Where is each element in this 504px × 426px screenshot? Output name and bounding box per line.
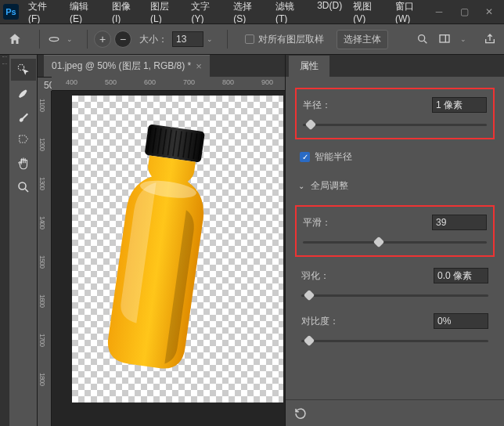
share-icon[interactable]	[484, 33, 496, 45]
add-mode-button[interactable]: +	[94, 31, 111, 48]
sample-all-label: 对所有图层取样	[258, 33, 324, 46]
tab-title: 01.jpeg @ 50% (图层 1, RGB/8) *	[52, 60, 191, 73]
workspace-icon[interactable]	[438, 33, 451, 45]
brush-preview-icon[interactable]	[46, 31, 62, 47]
radius-input[interactable]	[432, 97, 487, 113]
maximize-button[interactable]: ▢	[459, 6, 470, 17]
lasso-tool[interactable]	[11, 129, 36, 151]
chevron-down-icon[interactable]: ⌄	[67, 35, 73, 43]
contrast-input[interactable]	[434, 313, 488, 329]
zoom-tool[interactable]	[11, 176, 36, 198]
panel-footer	[286, 399, 504, 426]
window-controls: ─ ▢ ✕	[434, 6, 495, 17]
svg-rect-2	[440, 35, 449, 42]
radius-highlight: 半径：	[295, 88, 495, 139]
ruler-horizontal: 400 500 600 700 800 900	[52, 77, 285, 91]
chevron-down-icon[interactable]: ⌄	[460, 35, 466, 43]
feather-label: 羽化：	[301, 269, 434, 283]
feather-input[interactable]	[434, 268, 488, 283]
size-input[interactable]	[172, 31, 203, 47]
toolbar	[9, 55, 38, 426]
svg-point-1	[419, 35, 425, 42]
options-bar: ⌄ + − 大小： ⌄ 对所有图层取样 选择主体 ⌄	[0, 23, 504, 55]
hand-tool[interactable]	[11, 153, 36, 175]
smooth-input[interactable]	[432, 215, 487, 230]
ruler-vertical: 1100 1200 1300 1400 1500 1600 1700 1800	[38, 91, 52, 426]
chevron-down-icon[interactable]: ⌄	[207, 35, 213, 43]
search-icon[interactable]	[416, 33, 429, 45]
smooth-slider[interactable]	[303, 236, 487, 247]
chevron-down-icon: ⌄	[298, 182, 304, 190]
contrast-label: 对比度：	[301, 315, 434, 328]
size-label: 大小：	[139, 33, 167, 46]
tab-properties[interactable]: 属性	[289, 56, 329, 77]
global-adjust-header[interactable]: ⌄ 全局调整	[298, 179, 495, 193]
radius-label: 半径：	[303, 99, 432, 112]
app-logo: Ps	[3, 4, 19, 20]
feather-slider[interactable]	[301, 290, 488, 301]
home-icon[interactable]	[8, 32, 22, 46]
smooth-label: 平滑：	[303, 216, 432, 229]
svg-point-4	[19, 182, 26, 190]
smooth-highlight: 平滑：	[295, 205, 495, 257]
document-tab[interactable]: 01.jpeg @ 50% (图层 1, RGB/8) * ×	[44, 55, 210, 77]
title-bar: Ps 文件(F) 编辑(E) 图像(I) 图层(L) 文字(Y) 选择(S) 滤…	[0, 0, 504, 23]
refine-brush-tool[interactable]	[11, 82, 36, 104]
smart-radius-checkbox[interactable]: ✓	[300, 152, 310, 162]
close-button[interactable]: ✕	[484, 6, 495, 17]
select-subject-button[interactable]: 选择主体	[337, 30, 388, 49]
subtract-mode-button[interactable]: −	[114, 31, 131, 48]
quick-select-tool[interactable]	[11, 59, 36, 81]
reset-icon[interactable]	[293, 406, 308, 421]
properties-panel: 属性 半径： ✓ 智能半径 ⌄ 全局调整	[285, 55, 504, 426]
sample-all-checkbox[interactable]	[245, 34, 254, 44]
brush-tool[interactable]	[11, 106, 36, 128]
svg-point-0	[49, 38, 59, 42]
toolbar-handle[interactable]	[0, 55, 9, 426]
close-icon[interactable]: ×	[196, 60, 202, 72]
canvas[interactable]	[52, 91, 285, 410]
radius-slider[interactable]	[303, 119, 487, 130]
minimize-button[interactable]: ─	[434, 6, 445, 17]
smart-radius-label: 智能半径	[315, 150, 352, 164]
document-area: 01.jpeg @ 50% (图层 1, RGB/8) * × 400 500 …	[38, 55, 285, 426]
contrast-slider[interactable]	[301, 335, 488, 346]
